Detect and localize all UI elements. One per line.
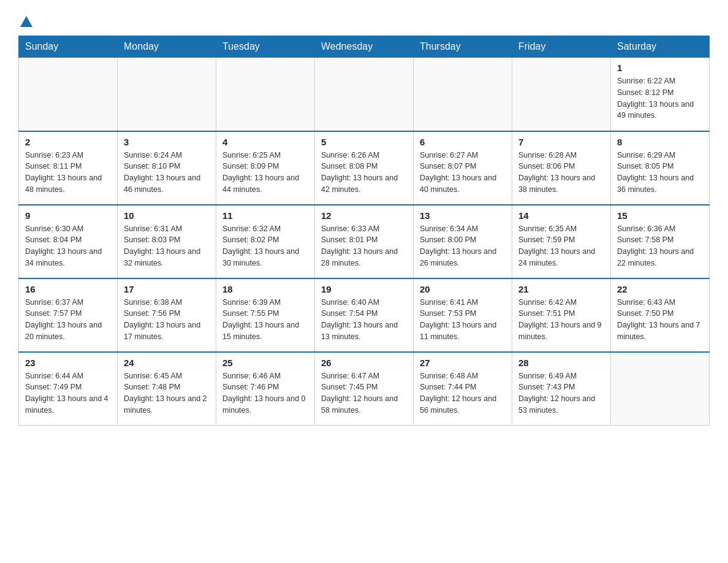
day-info-text: Sunrise: 6:28 AMSunset: 8:06 PMDaylight:… (518, 150, 604, 196)
day-of-week-header: Thursday (414, 36, 512, 58)
day-info-text: Sunrise: 6:38 AMSunset: 7:56 PMDaylight:… (124, 297, 210, 343)
calendar-week-row: 16Sunrise: 6:37 AMSunset: 7:57 PMDayligh… (19, 278, 710, 352)
day-of-week-header: Saturday (611, 36, 710, 58)
calendar-day-cell: 14Sunrise: 6:35 AMSunset: 7:59 PMDayligh… (512, 205, 611, 278)
day-info-text: Sunrise: 6:42 AMSunset: 7:51 PMDaylight:… (518, 297, 604, 343)
day-number: 10 (124, 210, 210, 221)
logo-triangle-icon (20, 16, 32, 27)
day-info-text: Sunrise: 6:43 AMSunset: 7:50 PMDaylight:… (617, 297, 703, 343)
day-info-text: Sunrise: 6:46 AMSunset: 7:46 PMDaylight:… (222, 370, 308, 416)
day-info-text: Sunrise: 6:26 AMSunset: 8:08 PMDaylight:… (321, 150, 407, 196)
day-number: 8 (617, 137, 703, 147)
day-number: 1 (617, 63, 703, 73)
day-info-text: Sunrise: 6:44 AMSunset: 7:49 PMDaylight:… (25, 370, 111, 416)
day-number: 4 (222, 137, 308, 147)
calendar-day-cell: 6Sunrise: 6:27 AMSunset: 8:07 PMDaylight… (414, 131, 512, 205)
day-number: 15 (617, 210, 703, 221)
day-of-week-header: Monday (118, 36, 216, 58)
calendar-day-cell: 18Sunrise: 6:39 AMSunset: 7:55 PMDayligh… (216, 278, 315, 352)
day-number: 2 (25, 137, 111, 147)
day-of-week-header: Wednesday (315, 36, 414, 58)
day-info-text: Sunrise: 6:41 AMSunset: 7:53 PMDaylight:… (420, 297, 506, 343)
calendar-table: SundayMondayTuesdayWednesdayThursdayFrid… (18, 36, 710, 426)
calendar-week-row: 9Sunrise: 6:30 AMSunset: 8:04 PMDaylight… (19, 205, 710, 278)
day-number: 7 (518, 137, 604, 147)
day-number: 11 (222, 210, 308, 221)
calendar-day-cell: 17Sunrise: 6:38 AMSunset: 7:56 PMDayligh… (118, 278, 216, 352)
calendar-day-cell (118, 58, 216, 131)
calendar-week-row: 23Sunrise: 6:44 AMSunset: 7:49 PMDayligh… (19, 352, 710, 426)
calendar-day-cell: 19Sunrise: 6:40 AMSunset: 7:54 PMDayligh… (315, 278, 414, 352)
day-number: 27 (420, 358, 506, 368)
day-number: 9 (25, 210, 111, 221)
svg-marker-0 (20, 16, 32, 27)
calendar-day-cell: 2Sunrise: 6:23 AMSunset: 8:11 PMDaylight… (19, 131, 118, 205)
day-of-week-header: Friday (512, 36, 611, 58)
calendar-day-cell: 27Sunrise: 6:48 AMSunset: 7:44 PMDayligh… (414, 352, 512, 426)
day-info-text: Sunrise: 6:25 AMSunset: 8:09 PMDaylight:… (222, 150, 308, 196)
calendar-day-cell: 5Sunrise: 6:26 AMSunset: 8:08 PMDaylight… (315, 131, 414, 205)
calendar-day-cell: 23Sunrise: 6:44 AMSunset: 7:49 PMDayligh… (19, 352, 118, 426)
calendar-day-cell: 11Sunrise: 6:32 AMSunset: 8:02 PMDayligh… (216, 205, 315, 278)
calendar-day-cell (611, 352, 710, 426)
calendar-week-row: 2Sunrise: 6:23 AMSunset: 8:11 PMDaylight… (19, 131, 710, 205)
day-info-text: Sunrise: 6:36 AMSunset: 7:58 PMDaylight:… (617, 223, 703, 269)
day-number: 5 (321, 137, 407, 147)
day-info-text: Sunrise: 6:40 AMSunset: 7:54 PMDaylight:… (321, 297, 407, 343)
day-info-text: Sunrise: 6:22 AMSunset: 8:12 PMDaylight:… (617, 75, 703, 121)
day-info-text: Sunrise: 6:29 AMSunset: 8:05 PMDaylight:… (617, 150, 703, 196)
calendar-header-row: SundayMondayTuesdayWednesdayThursdayFrid… (19, 36, 710, 58)
calendar-day-cell: 12Sunrise: 6:33 AMSunset: 8:01 PMDayligh… (315, 205, 414, 278)
day-info-text: Sunrise: 6:35 AMSunset: 7:59 PMDaylight:… (518, 223, 604, 269)
day-info-text: Sunrise: 6:48 AMSunset: 7:44 PMDaylight:… (420, 370, 506, 416)
day-info-text: Sunrise: 6:45 AMSunset: 7:48 PMDaylight:… (124, 370, 210, 416)
day-info-text: Sunrise: 6:33 AMSunset: 8:01 PMDaylight:… (321, 223, 407, 269)
day-number: 12 (321, 210, 407, 221)
calendar-day-cell: 16Sunrise: 6:37 AMSunset: 7:57 PMDayligh… (19, 278, 118, 352)
calendar-day-cell: 13Sunrise: 6:34 AMSunset: 8:00 PMDayligh… (414, 205, 512, 278)
calendar-day-cell (315, 58, 414, 131)
calendar-day-cell: 25Sunrise: 6:46 AMSunset: 7:46 PMDayligh… (216, 352, 315, 426)
calendar-day-cell (512, 58, 611, 131)
page-header (18, 12, 710, 29)
calendar-day-cell: 15Sunrise: 6:36 AMSunset: 7:58 PMDayligh… (611, 205, 710, 278)
day-number: 13 (420, 210, 506, 221)
day-number: 26 (321, 358, 407, 368)
day-info-text: Sunrise: 6:24 AMSunset: 8:10 PMDaylight:… (124, 150, 210, 196)
calendar-day-cell: 3Sunrise: 6:24 AMSunset: 8:10 PMDaylight… (118, 131, 216, 205)
day-info-text: Sunrise: 6:31 AMSunset: 8:03 PMDaylight:… (124, 223, 210, 269)
day-info-text: Sunrise: 6:37 AMSunset: 7:57 PMDaylight:… (25, 297, 111, 343)
calendar-day-cell: 26Sunrise: 6:47 AMSunset: 7:45 PMDayligh… (315, 352, 414, 426)
calendar-day-cell (216, 58, 315, 131)
day-number: 23 (25, 358, 111, 368)
calendar-day-cell: 28Sunrise: 6:49 AMSunset: 7:43 PMDayligh… (512, 352, 611, 426)
day-number: 6 (420, 137, 506, 147)
calendar-day-cell (414, 58, 512, 131)
calendar-day-cell: 24Sunrise: 6:45 AMSunset: 7:48 PMDayligh… (118, 352, 216, 426)
calendar-day-cell: 21Sunrise: 6:42 AMSunset: 7:51 PMDayligh… (512, 278, 611, 352)
day-number: 25 (222, 358, 308, 368)
day-number: 17 (124, 284, 210, 294)
day-number: 14 (518, 210, 604, 221)
calendar-day-cell: 1Sunrise: 6:22 AMSunset: 8:12 PMDaylight… (611, 58, 710, 131)
day-number: 28 (518, 358, 604, 368)
day-number: 20 (420, 284, 506, 294)
day-number: 18 (222, 284, 308, 294)
calendar-day-cell: 4Sunrise: 6:25 AMSunset: 8:09 PMDaylight… (216, 131, 315, 205)
logo (18, 12, 32, 29)
calendar-day-cell (19, 58, 118, 131)
day-info-text: Sunrise: 6:34 AMSunset: 8:00 PMDaylight:… (420, 223, 506, 269)
calendar-day-cell: 22Sunrise: 6:43 AMSunset: 7:50 PMDayligh… (611, 278, 710, 352)
calendar-day-cell: 10Sunrise: 6:31 AMSunset: 8:03 PMDayligh… (118, 205, 216, 278)
day-number: 16 (25, 284, 111, 294)
day-info-text: Sunrise: 6:49 AMSunset: 7:43 PMDaylight:… (518, 370, 604, 416)
day-number: 24 (124, 358, 210, 368)
day-number: 21 (518, 284, 604, 294)
calendar-day-cell: 8Sunrise: 6:29 AMSunset: 8:05 PMDaylight… (611, 131, 710, 205)
day-info-text: Sunrise: 6:23 AMSunset: 8:11 PMDaylight:… (25, 150, 111, 196)
day-info-text: Sunrise: 6:27 AMSunset: 8:07 PMDaylight:… (420, 150, 506, 196)
day-info-text: Sunrise: 6:30 AMSunset: 8:04 PMDaylight:… (25, 223, 111, 269)
calendar-day-cell: 20Sunrise: 6:41 AMSunset: 7:53 PMDayligh… (414, 278, 512, 352)
day-info-text: Sunrise: 6:39 AMSunset: 7:55 PMDaylight:… (222, 297, 308, 343)
calendar-week-row: 1Sunrise: 6:22 AMSunset: 8:12 PMDaylight… (19, 58, 710, 131)
